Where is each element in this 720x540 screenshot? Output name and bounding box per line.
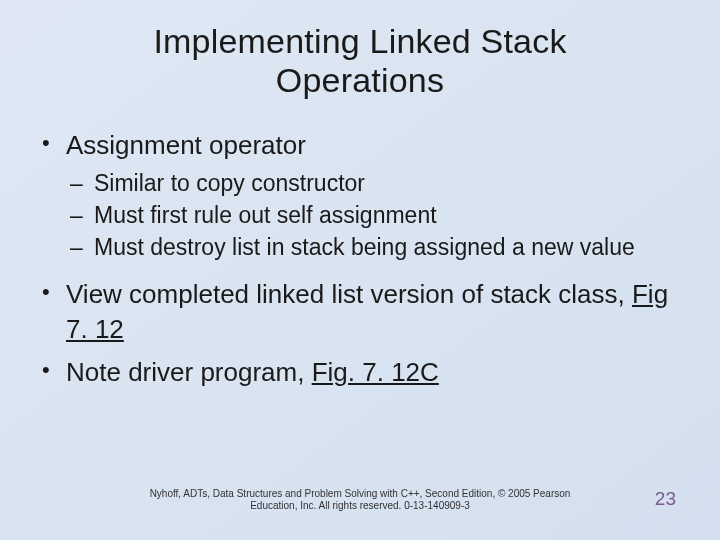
slide: Implementing Linked Stack Operations Ass… [0,0,720,540]
sub-bullet-text: Must destroy list in stack being assigne… [94,234,635,260]
bullet-text: Note driver program, [66,357,312,387]
sub-bullet-text: Must first rule out self assignment [94,202,437,228]
bullet-view-completed: View completed linked list version of st… [40,277,680,347]
sub-bullet-text: Similar to copy constructor [94,170,365,196]
bullet-text: View completed linked list version of st… [66,279,632,309]
sub-bullet: Similar to copy constructor [66,169,680,199]
link-fig-7-12c[interactable]: Fig. 7. 12C [312,357,439,387]
bullet-assignment-operator: Assignment operator Similar to copy cons… [40,128,680,263]
footer-line-2: Education, Inc. All rights reserved. 0-1… [250,500,470,511]
page-number: 23 [655,488,676,510]
footer-copyright: Nyhoff, ADTs, Data Structures and Proble… [0,488,720,512]
sub-bullet-list: Similar to copy constructor Must first r… [66,169,680,263]
title-line-2: Operations [276,61,444,99]
title-line-1: Implementing Linked Stack [153,22,566,60]
bullet-text: Assignment operator [66,130,306,160]
slide-title: Implementing Linked Stack Operations [40,22,680,100]
sub-bullet: Must first rule out self assignment [66,201,680,231]
footer-line-1: Nyhoff, ADTs, Data Structures and Proble… [150,488,571,499]
bullet-list: Assignment operator Similar to copy cons… [40,128,680,390]
bullet-note-driver: Note driver program, Fig. 7. 12C [40,355,680,390]
sub-bullet: Must destroy list in stack being assigne… [66,233,680,263]
